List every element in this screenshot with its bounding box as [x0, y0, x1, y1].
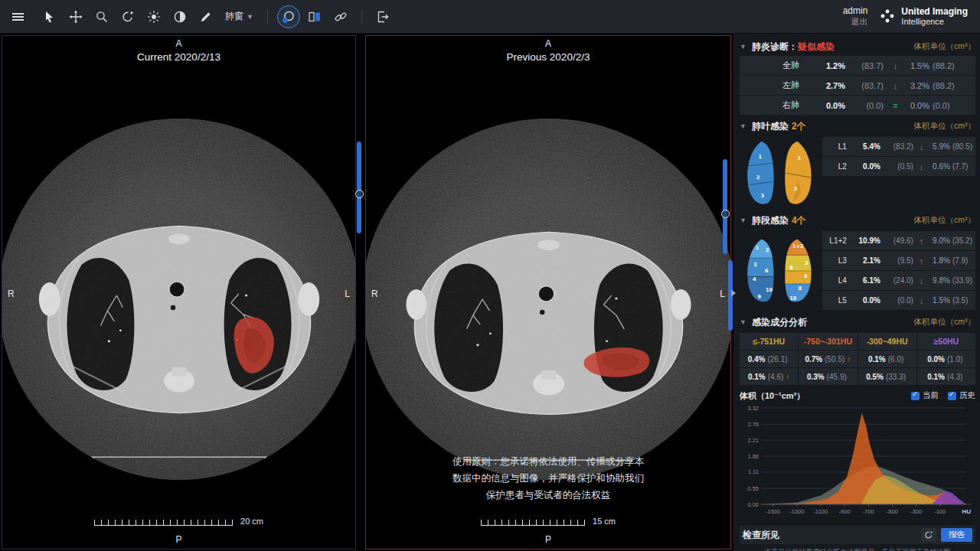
table-row: L1+2 10.9% (49.6) ↑ 9.0% (35.2) [822, 231, 975, 250]
orientation-marker-posterior: P [366, 534, 730, 545]
checkbox-current[interactable]: 当前 [911, 390, 939, 401]
unit-label: 体积单位（cm³） [914, 121, 976, 132]
table-row: 左肺 2.7% (83.7) ↓ 3.2% (88.2) [740, 76, 975, 95]
slice-scrollbar-previous[interactable] [723, 159, 727, 254]
user-name: admin [843, 5, 868, 17]
composition-table: ≤-751HU -750~-301HU -300~49HU ≥50HU 0.4%… [740, 333, 975, 385]
orientation-marker-left: L [345, 289, 350, 299]
composition-cell: 0.5%(33.3) [858, 368, 916, 385]
ruler-label: 20 cm [240, 517, 263, 526]
hu-range-header: ≤-751HU [740, 333, 798, 350]
trend-down-icon: ↓ [890, 81, 900, 90]
collapse-triangle-icon[interactable]: ▼ [740, 122, 746, 130]
viewport-title-current: Current 2020/2/13 [2, 51, 355, 63]
svg-text:2: 2 [766, 248, 769, 254]
svg-text:4: 4 [804, 274, 808, 280]
slice-scroll-handle-previous[interactable] [721, 210, 730, 218]
rotate-tool-icon[interactable] [116, 5, 139, 28]
invert-contrast-icon[interactable] [168, 5, 191, 28]
logout-link[interactable]: 退出 [843, 17, 868, 28]
trend-down-icon: ↓ [917, 142, 926, 152]
table-row: 全肺 1.2% (83.7) ↓ 1.5% (88.2) [740, 56, 975, 75]
panel-collapse-arrow-icon[interactable] [731, 289, 736, 297]
collapse-triangle-icon[interactable]: ▼ [740, 43, 746, 51]
findings-title: 检查所见 [743, 529, 779, 542]
trend-down-icon: ↓ [917, 296, 926, 305]
segment-infected-count: 4个 [792, 214, 806, 227]
svg-text:-900: -900 [839, 508, 851, 515]
svg-text:HU: HU [962, 508, 971, 515]
uii-logo-icon [880, 8, 895, 24]
histogram-title: 体积（10⁻¹cm³） [740, 390, 805, 402]
ct-image-current [2, 36, 355, 549]
user-menu[interactable]: admin 退出 [843, 5, 868, 28]
pneumonia-title: 肺炎诊断： [752, 41, 798, 54]
cursor-tool-icon[interactable] [38, 5, 61, 28]
brand-logo: United Imaging Intelligence [880, 6, 968, 28]
svg-text:1: 1 [798, 155, 802, 161]
svg-text:0.55: 0.55 [747, 485, 759, 492]
table-row: L5 0.0% (0.0) ↓ 1.5% (3.5) [822, 291, 975, 310]
analysis-panel: ▼ 肺炎诊断： 疑似感染 体积单位（cm³） 全肺 1.2% (83.7) ↓ … [733, 34, 980, 551]
svg-text:1.66: 1.66 [747, 453, 759, 460]
hu-range-header: -750~-301HU [799, 333, 857, 350]
unit-label: 体积单位（cm³） [914, 41, 976, 52]
lung-window-dropdown[interactable]: 肺窗 ▼ [225, 10, 253, 23]
slice-scroll-handle-current[interactable] [355, 190, 364, 198]
svg-text:-1500: -1500 [766, 508, 780, 515]
orientation-marker-right: R [371, 289, 378, 299]
svg-text:2.21: 2.21 [747, 437, 759, 444]
table-row: L3 2.1% (9.5) ↑ 1.8% (7.9) [822, 251, 975, 270]
collapse-triangle-icon[interactable]: ▼ [740, 217, 746, 224]
zoom-tool-icon[interactable] [90, 5, 113, 28]
brand-line2: Intelligence [901, 17, 968, 27]
viewport-current[interactable]: A Current 2020/2/13 R L 20 cm P [2, 35, 356, 549]
slice-scrollbar-current[interactable] [357, 142, 361, 233]
viewport-previous[interactable]: A Previous 2020/2/3 R L 使用原则：您承诺将依法使用、传播… [365, 35, 731, 549]
ruler-ticks [94, 520, 233, 526]
svg-text:-1300: -1300 [789, 508, 804, 515]
table-row: L2 0.0% (0.5) ↓ 0.6% (7.7) [822, 157, 975, 176]
findings-section-bar[interactable]: 检查所见 报告 [740, 526, 975, 544]
svg-text:-300: -300 [910, 508, 922, 515]
composition-cell: 0.1%(4.6)↑ [740, 368, 798, 385]
svg-text:0.00: 0.00 [747, 501, 759, 508]
checkbox-checked-icon[interactable] [911, 392, 920, 400]
refresh-icon[interactable] [921, 528, 936, 542]
svg-text:3: 3 [805, 261, 808, 267]
section-header-composition[interactable]: ▼ 感染成分分析 体积单位（cm³） [740, 313, 975, 331]
section-header-lobe[interactable]: ▼ 肺叶感染 2个 体积单位（cm³） [740, 117, 975, 135]
svg-text:-1100: -1100 [814, 508, 828, 515]
svg-text:10: 10 [789, 295, 797, 302]
svg-text:9: 9 [758, 294, 762, 300]
checkbox-checked-icon[interactable] [948, 392, 956, 400]
annotate-pencil-icon[interactable] [194, 5, 217, 28]
svg-text:4: 4 [753, 277, 756, 283]
exit-export-icon[interactable] [371, 5, 394, 28]
checkbox-history[interactable]: 历史 [948, 390, 975, 401]
scale-ruler: 20 cm [2, 517, 355, 526]
sphere-roi-tool-icon[interactable] [277, 5, 300, 28]
brand-line1: United Imaging [901, 6, 968, 17]
composition-cell: 0.1%(6.0) [858, 350, 916, 367]
trend-down-icon: ↓ [890, 61, 900, 70]
window-level-icon[interactable] [142, 5, 165, 28]
svg-text:3: 3 [753, 262, 757, 269]
pan-tool-icon[interactable] [64, 5, 87, 28]
toolbar: 肺窗 ▼ admin 退出 [0, 0, 980, 34]
collapse-triangle-icon[interactable]: ▼ [740, 318, 746, 326]
svg-text:1.11: 1.11 [748, 469, 759, 476]
trend-equal-icon: = [890, 101, 900, 110]
menu-icon[interactable] [6, 5, 29, 28]
link-views-icon[interactable] [329, 5, 352, 28]
report-button[interactable]: 报告 [941, 528, 972, 542]
svg-text:2: 2 [756, 174, 760, 181]
compare-layout-icon[interactable] [303, 5, 326, 28]
orientation-marker-right: R [8, 289, 15, 299]
section-header-segment[interactable]: ▼ 肺段感染 4个 体积单位（cm³） [740, 211, 975, 230]
section-header-pneumonia[interactable]: ▼ 肺炎诊断： 疑似感染 体积单位（cm³） [740, 37, 975, 56]
composition-cell: 0.1%(4.3) [917, 368, 975, 385]
orientation-marker-left: L [720, 289, 725, 299]
trend-down-icon: ↓ [917, 276, 926, 285]
trend-up-icon: ↑ [917, 256, 926, 266]
